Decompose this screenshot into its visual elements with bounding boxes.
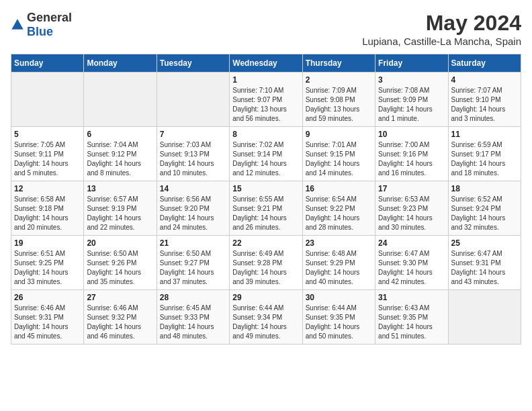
day-info: Sunrise: 6:58 AMSunset: 9:18 PMDaylight:… xyxy=(14,195,81,232)
day-info: Sunrise: 7:01 AMSunset: 9:15 PMDaylight:… xyxy=(306,140,372,178)
location-title: Lupiana, Castille-La Mancha, Spain xyxy=(362,36,521,47)
calendar-header-row: SundayMondayTuesdayWednesdayThursdayFrid… xyxy=(11,54,521,73)
calendar-week-row: 26Sunrise: 6:46 AMSunset: 9:31 PMDayligh… xyxy=(11,290,521,345)
calendar-cell: 14Sunrise: 6:56 AMSunset: 9:20 PMDayligh… xyxy=(157,181,229,236)
day-info: Sunrise: 6:47 AMSunset: 9:31 PMDaylight:… xyxy=(451,249,518,287)
calendar-cell xyxy=(11,73,84,127)
weekday-header: Tuesday xyxy=(157,54,229,73)
day-number: 4 xyxy=(451,75,518,85)
day-number: 20 xyxy=(87,238,153,248)
day-info: Sunrise: 6:46 AMSunset: 9:31 PMDaylight:… xyxy=(14,304,81,341)
day-info: Sunrise: 6:49 AMSunset: 9:28 PMDaylight:… xyxy=(232,249,299,287)
day-info: Sunrise: 7:04 AMSunset: 9:12 PMDaylight:… xyxy=(87,140,153,178)
calendar-cell: 18Sunrise: 6:52 AMSunset: 9:24 PMDayligh… xyxy=(448,181,521,236)
day-number: 18 xyxy=(451,184,518,193)
day-info: Sunrise: 6:48 AMSunset: 9:29 PMDaylight:… xyxy=(306,249,372,287)
day-number: 19 xyxy=(14,238,81,248)
calendar-cell xyxy=(448,290,521,345)
day-info: Sunrise: 6:52 AMSunset: 9:24 PMDaylight:… xyxy=(451,195,518,232)
day-number: 31 xyxy=(378,293,445,302)
day-info: Sunrise: 7:02 AMSunset: 9:14 PMDaylight:… xyxy=(232,140,299,178)
day-info: Sunrise: 6:59 AMSunset: 9:17 PMDaylight:… xyxy=(451,140,518,178)
day-number: 14 xyxy=(160,184,226,193)
calendar-cell: 11Sunrise: 6:59 AMSunset: 9:17 PMDayligh… xyxy=(448,127,521,181)
day-number: 3 xyxy=(378,75,445,85)
weekday-header: Wednesday xyxy=(230,54,302,73)
calendar-week-row: 1Sunrise: 7:10 AMSunset: 9:07 PMDaylight… xyxy=(11,73,521,127)
day-info: Sunrise: 7:08 AMSunset: 9:09 PMDaylight:… xyxy=(378,86,445,124)
calendar-cell: 2Sunrise: 7:09 AMSunset: 9:08 PMDaylight… xyxy=(302,73,375,127)
day-number: 27 xyxy=(87,293,153,302)
logo: General Blue xyxy=(11,11,72,39)
weekday-header: Thursday xyxy=(302,54,375,73)
calendar-cell: 13Sunrise: 6:57 AMSunset: 9:19 PMDayligh… xyxy=(84,181,157,236)
day-info: Sunrise: 6:57 AMSunset: 9:19 PMDaylight:… xyxy=(87,195,153,232)
calendar-cell: 4Sunrise: 7:07 AMSunset: 9:10 PMDaylight… xyxy=(448,73,521,127)
day-info: Sunrise: 6:50 AMSunset: 9:26 PMDaylight:… xyxy=(87,249,153,287)
calendar-cell xyxy=(157,73,229,127)
calendar-cell: 7Sunrise: 7:03 AMSunset: 9:13 PMDaylight… xyxy=(157,127,229,181)
day-info: Sunrise: 6:53 AMSunset: 9:23 PMDaylight:… xyxy=(378,195,445,232)
day-number: 23 xyxy=(306,238,372,248)
day-number: 30 xyxy=(306,293,372,302)
logo-general: General xyxy=(27,11,72,24)
calendar-week-row: 5Sunrise: 7:05 AMSunset: 9:11 PMDaylight… xyxy=(11,127,521,181)
day-number: 17 xyxy=(378,184,445,193)
calendar-cell: 5Sunrise: 7:05 AMSunset: 9:11 PMDaylight… xyxy=(11,127,84,181)
calendar-cell: 3Sunrise: 7:08 AMSunset: 9:09 PMDaylight… xyxy=(375,73,448,127)
day-number: 11 xyxy=(451,130,518,139)
day-number: 1 xyxy=(232,75,299,85)
day-number: 25 xyxy=(451,238,518,248)
day-number: 10 xyxy=(378,130,445,139)
calendar-cell: 26Sunrise: 6:46 AMSunset: 9:31 PMDayligh… xyxy=(11,290,84,345)
day-info: Sunrise: 6:46 AMSunset: 9:32 PMDaylight:… xyxy=(87,304,153,341)
day-info: Sunrise: 7:10 AMSunset: 9:07 PMDaylight:… xyxy=(232,86,299,124)
logo-icon xyxy=(11,18,24,32)
calendar-week-row: 19Sunrise: 6:51 AMSunset: 9:25 PMDayligh… xyxy=(11,236,521,290)
month-title: May 2024 xyxy=(362,11,521,36)
day-number: 29 xyxy=(232,293,299,302)
title-block: May 2024 Lupiana, Castille-La Mancha, Sp… xyxy=(362,11,521,47)
calendar-cell: 9Sunrise: 7:01 AMSunset: 9:15 PMDaylight… xyxy=(302,127,375,181)
day-info: Sunrise: 7:07 AMSunset: 9:10 PMDaylight:… xyxy=(451,86,518,124)
day-number: 6 xyxy=(87,130,153,139)
page-header: General Blue May 2024 Lupiana, Castille-… xyxy=(11,11,521,47)
calendar-cell: 21Sunrise: 6:50 AMSunset: 9:27 PMDayligh… xyxy=(157,236,229,290)
day-info: Sunrise: 6:43 AMSunset: 9:35 PMDaylight:… xyxy=(378,304,445,341)
logo-text: General Blue xyxy=(27,11,72,39)
svg-marker-0 xyxy=(11,19,23,29)
day-info: Sunrise: 7:05 AMSunset: 9:11 PMDaylight:… xyxy=(14,140,81,178)
calendar-cell: 27Sunrise: 6:46 AMSunset: 9:32 PMDayligh… xyxy=(84,290,157,345)
day-number: 24 xyxy=(378,238,445,248)
day-number: 12 xyxy=(14,184,81,193)
day-number: 8 xyxy=(232,130,299,139)
calendar-cell: 10Sunrise: 7:00 AMSunset: 9:16 PMDayligh… xyxy=(375,127,448,181)
calendar-cell: 25Sunrise: 6:47 AMSunset: 9:31 PMDayligh… xyxy=(448,236,521,290)
day-info: Sunrise: 6:50 AMSunset: 9:27 PMDaylight:… xyxy=(160,249,226,287)
calendar-cell: 15Sunrise: 6:55 AMSunset: 9:21 PMDayligh… xyxy=(230,181,302,236)
day-number: 13 xyxy=(87,184,153,193)
calendar-cell: 1Sunrise: 7:10 AMSunset: 9:07 PMDaylight… xyxy=(230,73,302,127)
day-number: 5 xyxy=(14,130,81,139)
day-number: 16 xyxy=(306,184,372,193)
calendar-cell: 20Sunrise: 6:50 AMSunset: 9:26 PMDayligh… xyxy=(84,236,157,290)
calendar-cell: 16Sunrise: 6:54 AMSunset: 9:22 PMDayligh… xyxy=(302,181,375,236)
day-info: Sunrise: 6:47 AMSunset: 9:30 PMDaylight:… xyxy=(378,249,445,287)
calendar-cell: 12Sunrise: 6:58 AMSunset: 9:18 PMDayligh… xyxy=(11,181,84,236)
day-number: 21 xyxy=(160,238,226,248)
calendar-cell: 19Sunrise: 6:51 AMSunset: 9:25 PMDayligh… xyxy=(11,236,84,290)
day-info: Sunrise: 7:03 AMSunset: 9:13 PMDaylight:… xyxy=(160,140,226,178)
calendar-cell: 31Sunrise: 6:43 AMSunset: 9:35 PMDayligh… xyxy=(375,290,448,345)
day-info: Sunrise: 7:09 AMSunset: 9:08 PMDaylight:… xyxy=(306,86,372,124)
day-info: Sunrise: 6:56 AMSunset: 9:20 PMDaylight:… xyxy=(160,195,226,232)
calendar-cell: 30Sunrise: 6:44 AMSunset: 9:35 PMDayligh… xyxy=(302,290,375,345)
day-info: Sunrise: 6:44 AMSunset: 9:34 PMDaylight:… xyxy=(232,304,299,341)
calendar-cell: 22Sunrise: 6:49 AMSunset: 9:28 PMDayligh… xyxy=(230,236,302,290)
calendar-cell: 24Sunrise: 6:47 AMSunset: 9:30 PMDayligh… xyxy=(375,236,448,290)
calendar-cell: 8Sunrise: 7:02 AMSunset: 9:14 PMDaylight… xyxy=(230,127,302,181)
day-number: 2 xyxy=(306,75,372,85)
day-info: Sunrise: 6:54 AMSunset: 9:22 PMDaylight:… xyxy=(306,195,372,232)
weekday-header: Sunday xyxy=(11,54,84,73)
day-info: Sunrise: 6:55 AMSunset: 9:21 PMDaylight:… xyxy=(232,195,299,232)
day-number: 15 xyxy=(232,184,299,193)
